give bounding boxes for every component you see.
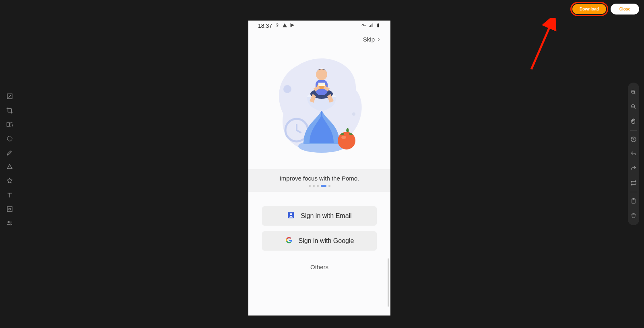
svg-point-13 <box>362 24 363 26</box>
dot-icon: · <box>297 24 299 28</box>
resize-icon[interactable] <box>5 92 14 101</box>
signin-email-button[interactable]: Sign in with Email <box>262 206 377 226</box>
svg-point-5 <box>9 208 11 210</box>
others-label: Others <box>310 264 328 270</box>
hand-icon[interactable] <box>630 117 638 125</box>
trash-icon[interactable] <box>630 212 638 220</box>
onboarding-caption: Improve focus with the Pomo. <box>248 175 390 182</box>
status-bar: 18:37 · <box>248 21 390 31</box>
zoom-in-icon[interactable] <box>630 88 638 96</box>
svg-point-29 <box>290 213 292 215</box>
flip-icon[interactable] <box>5 120 14 129</box>
signin-google-label: Sign in with Google <box>299 237 354 245</box>
page-dot-active[interactable] <box>321 185 326 187</box>
zoom-out-icon[interactable] <box>630 103 638 111</box>
svg-line-8 <box>531 21 552 69</box>
toolbar-divider <box>630 192 637 192</box>
svg-rect-4 <box>7 207 12 212</box>
crop-icon[interactable] <box>5 106 14 115</box>
phone-scrollbar[interactable] <box>388 258 389 307</box>
svg-point-6 <box>8 222 9 223</box>
pagination-dots <box>248 185 390 189</box>
download-highlight: Download <box>570 2 608 16</box>
download-button[interactable]: Download <box>572 4 606 14</box>
svg-rect-14 <box>377 24 379 27</box>
warning-icon <box>282 23 287 29</box>
reset-icon[interactable] <box>630 179 638 187</box>
page-dot[interactable] <box>313 185 315 187</box>
svg-rect-2 <box>10 123 12 127</box>
svg-point-16 <box>283 85 291 93</box>
svg-rect-21 <box>321 111 322 127</box>
rotate-icon[interactable] <box>5 134 14 143</box>
email-icon <box>287 211 295 221</box>
page-dot[interactable] <box>317 185 319 187</box>
svg-rect-1 <box>7 123 9 127</box>
signin-email-label: Sign in with Email <box>301 212 351 220</box>
status-time: 18:37 <box>258 23 272 29</box>
svg-point-17 <box>352 112 355 116</box>
svg-rect-25 <box>318 83 325 86</box>
google-icon <box>285 236 293 246</box>
annotation-arrow-icon <box>527 18 564 74</box>
signin-google-button[interactable]: Sign in with Google <box>262 231 377 251</box>
adjust-icon[interactable] <box>5 219 14 228</box>
others-button[interactable]: Others <box>262 264 377 270</box>
battery-icon <box>376 23 381 29</box>
top-right-buttons: Download Close <box>570 2 639 16</box>
star-icon[interactable] <box>5 176 14 185</box>
vpn-icon <box>361 23 366 29</box>
toolbar-divider <box>630 130 637 131</box>
svg-point-27 <box>341 136 346 139</box>
history-icon[interactable] <box>630 135 638 143</box>
chevron-right-icon <box>376 37 382 42</box>
skip-label: Skip <box>363 36 375 43</box>
page-dot[interactable] <box>309 185 311 187</box>
caption-bar: Improve focus with the Pomo. <box>248 169 390 192</box>
shape-icon[interactable] <box>5 162 14 171</box>
text-icon[interactable] <box>5 191 14 199</box>
svg-rect-15 <box>378 23 378 24</box>
onboarding-illustration <box>248 43 390 169</box>
phone-screenshot: 18:37 · Skip <box>248 21 390 316</box>
usb-icon <box>275 23 280 29</box>
redo-icon[interactable] <box>630 164 638 172</box>
page-dot[interactable] <box>328 185 330 187</box>
svg-point-3 <box>7 136 12 141</box>
frame-icon[interactable] <box>5 205 14 214</box>
skip-button[interactable]: Skip <box>248 31 390 43</box>
svg-point-7 <box>10 224 11 225</box>
left-toolbar <box>5 92 14 228</box>
clipboard-icon[interactable] <box>630 197 638 205</box>
svg-point-26 <box>338 132 355 149</box>
pencil-icon[interactable] <box>5 148 14 157</box>
undo-icon[interactable] <box>630 150 638 158</box>
svg-point-24 <box>316 69 327 80</box>
signal-icon <box>368 23 374 29</box>
close-button[interactable]: Close <box>611 4 639 15</box>
play-store-icon <box>290 23 295 29</box>
signin-button-area: Sign in with Email Sign in with Google O… <box>248 192 390 270</box>
right-toolbar <box>628 83 639 225</box>
